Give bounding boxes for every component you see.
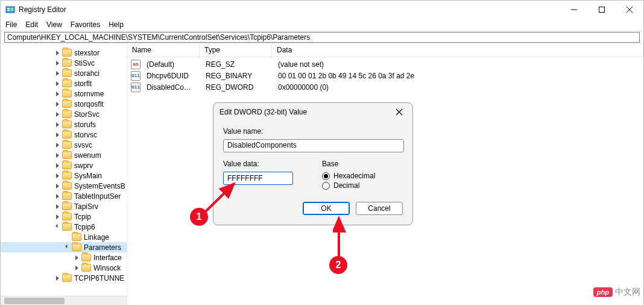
tree-item-label: storvsc — [74, 131, 97, 139]
binary-value-icon: 011 — [131, 83, 140, 92]
dialog-titlebar: Edit DWORD (32-bit) Value — [213, 103, 412, 121]
cell-type: REG_SZ — [201, 60, 273, 69]
minimize-button[interactable] — [560, 1, 588, 19]
value-row[interactable]: ab(Default)REG_SZ(value not set) — [127, 58, 643, 70]
folder-icon — [62, 69, 72, 77]
tree-item[interactable]: storqosflt — [1, 99, 127, 109]
tree-item-label: StiSvc — [74, 59, 95, 67]
cancel-button[interactable]: Cancel — [356, 202, 403, 215]
value-name-field[interactable]: DisabledComponents — [223, 139, 404, 152]
watermark-pill: php — [593, 287, 613, 297]
tree-panel[interactable]: stexstorStiSvcstorahcistorfltstornvmesto… — [1, 44, 127, 305]
tree-expand-icon[interactable] — [54, 90, 61, 98]
value-row[interactable]: 011DisabledCompo...REG_DWORD0x00000000 (… — [127, 81, 643, 93]
tree-item-label: Tcpip — [74, 213, 91, 221]
radio-dec[interactable] — [322, 182, 330, 190]
tree-item[interactable]: storvsc — [1, 130, 127, 140]
tree-expand-icon[interactable] — [54, 49, 61, 57]
tree-item[interactable]: Tcpip — [1, 211, 127, 222]
tree-expand-icon[interactable] — [54, 121, 61, 128]
tree-item[interactable]: stexstor — [1, 48, 127, 58]
tree-item[interactable]: StorSvc — [1, 109, 127, 119]
menu-favorites[interactable]: Favorites — [71, 20, 100, 29]
col-header-type[interactable]: Type — [200, 44, 272, 57]
edit-dword-dialog: Edit DWORD (32-bit) Value Value name: Di… — [213, 102, 413, 225]
tree-expand-icon[interactable] — [73, 264, 80, 272]
tree-item[interactable]: stornvme — [1, 89, 127, 99]
folder-icon — [62, 141, 72, 149]
annotation-badge-2: 2 — [329, 256, 347, 274]
tree-horizontal-scrollbar[interactable] — [1, 296, 127, 305]
list-header: Name Type Data — [127, 44, 643, 57]
col-header-data[interactable]: Data — [272, 44, 643, 57]
tree-item[interactable]: svsvc — [1, 140, 127, 150]
tree-item-label: stexstor — [74, 49, 99, 57]
tree-expand-icon[interactable] — [54, 60, 61, 67]
tree-expand-icon[interactable] — [54, 223, 61, 231]
folder-icon — [62, 90, 72, 98]
value-row[interactable]: 011Dhcpv6DUIDREG_BINARY00 01 00 01 2b 0b… — [127, 70, 643, 81]
tree-item[interactable]: StiSvc — [1, 58, 127, 68]
maximize-button[interactable] — [588, 1, 616, 19]
annotation-badge-1: 1 — [190, 208, 208, 226]
tree-item[interactable]: storahci — [1, 68, 127, 78]
tree-expand-icon[interactable] — [54, 172, 61, 180]
value-data-input[interactable] — [223, 172, 293, 185]
cell-name: (Default) — [142, 60, 201, 69]
tree-expand-icon[interactable] — [54, 152, 61, 159]
ok-button[interactable]: OK — [303, 202, 350, 215]
value-name-label: Value name: — [223, 127, 403, 136]
close-button[interactable] — [616, 1, 643, 19]
address-input[interactable]: Computer\HKEY_LOCAL_MACHINE\SYSTEM\Curre… — [4, 32, 640, 43]
scrollbar-thumb[interactable] — [4, 298, 65, 304]
svg-rect-3 — [11, 8, 13, 11]
tree-item[interactable]: storflt — [1, 78, 127, 89]
tree-item[interactable]: TapiSrv — [1, 201, 127, 211]
radio-hex[interactable] — [322, 172, 330, 180]
tree-expand-icon[interactable] — [54, 213, 61, 220]
tree-expand-icon[interactable] — [54, 162, 61, 169]
tree-item[interactable]: SysMain — [1, 170, 127, 181]
folder-icon — [62, 192, 72, 200]
tree-expand-icon[interactable] — [54, 70, 61, 77]
tree-expand-icon[interactable] — [54, 193, 61, 200]
tree-item[interactable]: Interface — [1, 252, 127, 263]
tree-item-label: TabletInputSer — [74, 192, 121, 201]
tree-expand-icon[interactable] — [54, 101, 61, 108]
tree-expand-icon[interactable] — [54, 203, 61, 210]
tree-expand-icon[interactable] — [63, 244, 71, 251]
folder-icon — [62, 161, 72, 169]
tree-expand-icon[interactable] — [54, 183, 61, 190]
tree-expand-icon[interactable] — [54, 275, 61, 282]
tree-expand-icon[interactable] — [54, 142, 61, 149]
tree-item[interactable]: Parameters — [1, 242, 127, 252]
tree-item[interactable]: SystemEventsB — [1, 181, 127, 191]
tree-item[interactable]: TCPIP6TUNNE — [1, 273, 127, 283]
tree-item-label: storahci — [74, 69, 99, 78]
tree-item[interactable]: swprv — [1, 160, 127, 170]
tree-item-label: storqosflt — [74, 100, 104, 108]
tree-item[interactable]: Winsock — [1, 263, 127, 273]
menu-view[interactable]: View — [46, 20, 62, 29]
menu-help[interactable]: Help — [109, 20, 124, 29]
menu-edit[interactable]: Edit — [25, 20, 38, 29]
tree-item[interactable]: Tcpip6 — [1, 222, 127, 232]
tree-expand-icon[interactable] — [73, 254, 80, 261]
tree-expand-icon[interactable] — [54, 80, 61, 87]
string-value-icon: ab — [131, 60, 140, 69]
tree-item[interactable]: Linkage — [1, 232, 127, 242]
tree-expand-icon[interactable] — [54, 111, 61, 118]
radio-dec-row[interactable]: Decimal — [322, 181, 403, 190]
tree-expand-icon[interactable] — [54, 131, 61, 139]
tree-item-label: swprv — [74, 161, 93, 170]
radio-hex-row[interactable]: Hexadecimal — [322, 172, 403, 180]
cell-name: Dhcpv6DUID — [142, 72, 201, 80]
titlebar: Registry Editor — [1, 1, 643, 19]
dialog-close-button[interactable] — [392, 105, 406, 119]
menu-file[interactable]: File — [5, 20, 17, 29]
tree-item[interactable]: storufs — [1, 119, 127, 130]
tree-item[interactable]: swenum — [1, 150, 127, 160]
tree-item[interactable]: TabletInputSer — [1, 191, 127, 201]
col-header-name[interactable]: Name — [127, 44, 200, 57]
base-label: Base — [322, 160, 403, 168]
